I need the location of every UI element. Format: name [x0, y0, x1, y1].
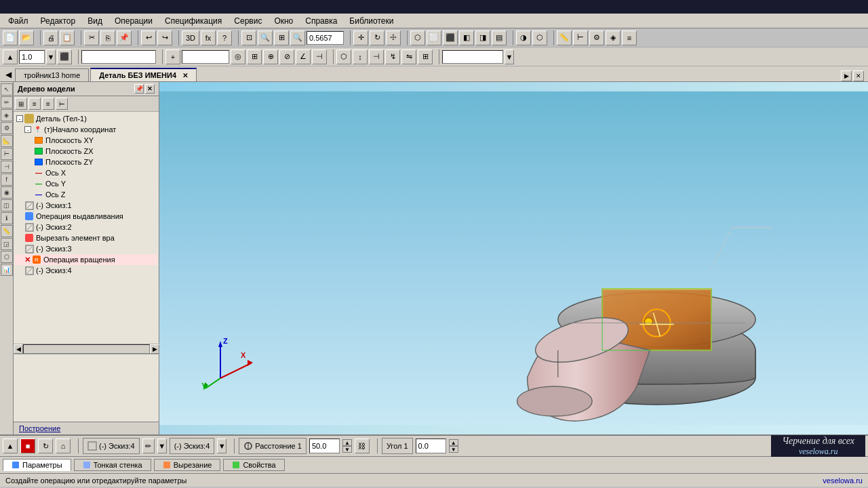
rotate-btn[interactable]: ↻ [370, 30, 384, 45]
menu-window[interactable]: Окно [269, 15, 298, 27]
tab-params[interactable]: Параметры [3, 459, 71, 471]
left-icon-sheet[interactable]: 📐 [1, 135, 13, 147]
add-btn[interactable]: + [165, 49, 180, 64]
distance-input[interactable] [309, 439, 340, 453]
tree-collapse-detail[interactable]: - [16, 115, 23, 122]
ref-btn[interactable]: ↯ [385, 49, 400, 64]
mirror2-btn[interactable]: ⇋ [401, 49, 416, 64]
build-link[interactable]: Построение [14, 422, 159, 434]
help-btn[interactable]: ? [217, 30, 232, 45]
sidebar-pin-btn[interactable]: 📌 [134, 84, 144, 94]
menu-view[interactable]: Вид [82, 15, 108, 27]
left-icon-report[interactable]: 📊 [1, 264, 13, 276]
cursor-btn[interactable]: ⊘ [279, 49, 294, 64]
left-icon-pointer[interactable]: ↖ [1, 83, 13, 96]
sidebar-scroll-left[interactable]: ◀ [14, 344, 23, 354]
angle-btn[interactable]: ∠ [296, 49, 311, 64]
tab-cutout[interactable]: Вырезание [154, 459, 221, 471]
left-icon-dim[interactable]: ⊢ [1, 148, 13, 160]
tree-item-sketch4[interactable]: (-) Эскиз:4 [15, 265, 157, 276]
angle-input[interactable] [416, 439, 446, 453]
redo-button[interactable]: ↪ [157, 30, 172, 45]
tree-item-axis-z[interactable]: — Ось Z [15, 189, 157, 200]
view-back-btn[interactable]: ⬛ [443, 30, 458, 45]
sidebar-scrollbar-h[interactable] [23, 344, 150, 354]
tree-item-sketch2[interactable]: (-) Эскиз:2 [15, 222, 157, 232]
tree-props-btn[interactable]: ⊢ [56, 98, 68, 110]
3d-btn[interactable]: 3D [182, 30, 199, 45]
snap2-btn[interactable]: ⊕ [263, 49, 278, 64]
nav-refresh-btn[interactable]: ↻ [38, 439, 53, 453]
toolbar2-input1[interactable] [81, 50, 156, 64]
view-front-btn[interactable]: ⬜ [427, 30, 441, 45]
toolbar2-input3[interactable] [442, 50, 503, 64]
sketch2-edit-btn[interactable]: ▼ [217, 439, 226, 453]
menu-libraries[interactable]: Библиотеки [344, 15, 399, 27]
ortho-btn[interactable]: ⊣ [312, 49, 327, 64]
tree-item-detail[interactable]: - Деталь (Тел-1) [15, 113, 157, 124]
menu-file[interactable]: Файл [3, 15, 34, 27]
toolbar2-input2[interactable] [182, 50, 229, 64]
nav-stop-btn[interactable]: ■ [20, 439, 35, 453]
step-up-btn[interactable]: ▲ [3, 49, 18, 64]
toolbar2-drop-btn[interactable]: ▼ [505, 49, 514, 64]
more-btn[interactable]: ≡ [622, 30, 637, 45]
view-right-btn[interactable]: ◨ [475, 30, 490, 45]
tree-collapse-btn[interactable]: ≡ [42, 98, 54, 110]
left-icon-measure[interactable]: 📏 [1, 225, 13, 237]
tab-close-all-btn[interactable]: ✕ [853, 70, 864, 81]
tab-close-btn[interactable]: ✕ [182, 72, 188, 79]
snap-btn[interactable]: ◎ [231, 49, 245, 64]
print-button[interactable]: 🖨 [43, 30, 58, 45]
sidebar-scroll-right[interactable]: ▶ [150, 344, 159, 354]
angle-spin-down[interactable]: ▼ [449, 446, 458, 453]
status-link[interactable]: veselowa.ru [823, 476, 863, 485]
view-top-btn[interactable]: ▤ [492, 30, 507, 45]
menu-operations[interactable]: Операции [109, 15, 158, 27]
menu-help[interactable]: Справка [300, 15, 342, 27]
wire-btn[interactable]: ⬡ [532, 30, 547, 45]
tree-item-plane-zy[interactable]: Плоскость ZY [15, 157, 157, 167]
angle-type-btn[interactable]: Угол 1 [382, 438, 413, 454]
view-left-btn[interactable]: ◧ [459, 30, 474, 45]
grid-btn[interactable]: ⊞ [247, 49, 262, 64]
tree-item-axis-x[interactable]: — Ось X [15, 167, 157, 178]
tree-item-revolve[interactable]: ✕ R Операция вращения [15, 254, 157, 265]
left-icon-info[interactable]: ℹ [1, 212, 13, 224]
dimension-btn[interactable]: ⊢ [573, 30, 588, 45]
menu-service[interactable]: Сервис [229, 15, 267, 27]
nav-home-btn[interactable]: ⌂ [56, 439, 71, 453]
tree-collapse-coords[interactable]: - [24, 126, 31, 133]
tree-item-axis-y[interactable]: — Ось Y [15, 178, 157, 189]
3d-viewport[interactable]: X Y Z [159, 82, 868, 434]
sketch-selector-2[interactable]: (-) Эскиз:4 [170, 438, 215, 454]
tree-item-sketch1[interactable]: (-) Эскиз:1 [15, 200, 157, 211]
step-down-btn[interactable]: ⬛ [57, 49, 72, 64]
distance-spin-down[interactable]: ▼ [342, 446, 352, 453]
new-button[interactable]: 📄 [3, 30, 18, 45]
angle-spin-up[interactable]: ▲ [449, 439, 458, 446]
scale-drop-btn[interactable]: ▼ [46, 49, 56, 64]
tree-item-coords[interactable]: - 📍 (т)Начало координат [15, 124, 157, 135]
left-icon-section[interactable]: ◫ [1, 199, 13, 211]
constrain-btn[interactable]: ⊣ [369, 49, 384, 64]
undo-button[interactable]: ↩ [141, 30, 156, 45]
edit-sketch-dropdown[interactable]: ▼ [157, 439, 167, 453]
left-icon-surface[interactable]: ◲ [1, 238, 13, 250]
tree-expand-btn[interactable]: ≡ [28, 98, 41, 110]
move-btn[interactable]: ✛ [353, 30, 368, 45]
tree-item-plane-zx[interactable]: Плоскость ZX [15, 146, 157, 157]
left-icon-sketch[interactable]: ✏ [1, 96, 13, 108]
open-button[interactable]: 📂 [19, 30, 34, 45]
menu-spec[interactable]: Спецификация [159, 15, 227, 27]
tree-item-extrude[interactable]: Операция выдавливания [15, 211, 157, 222]
shade-btn[interactable]: ◑ [516, 30, 531, 45]
paste-button[interactable]: 📌 [117, 30, 132, 45]
edit-sketch-btn[interactable]: ✏ [142, 439, 155, 453]
tools-btn[interactable]: ⚙ [589, 30, 604, 45]
left-icon-wire[interactable]: ⬡ [1, 251, 13, 263]
print2-button[interactable]: 📋 [60, 30, 75, 45]
tab-prev-btn[interactable]: ◀ [1, 68, 15, 81]
render-btn[interactable]: ◈ [606, 30, 620, 45]
plane-btn[interactable]: ⬡ [336, 49, 351, 64]
